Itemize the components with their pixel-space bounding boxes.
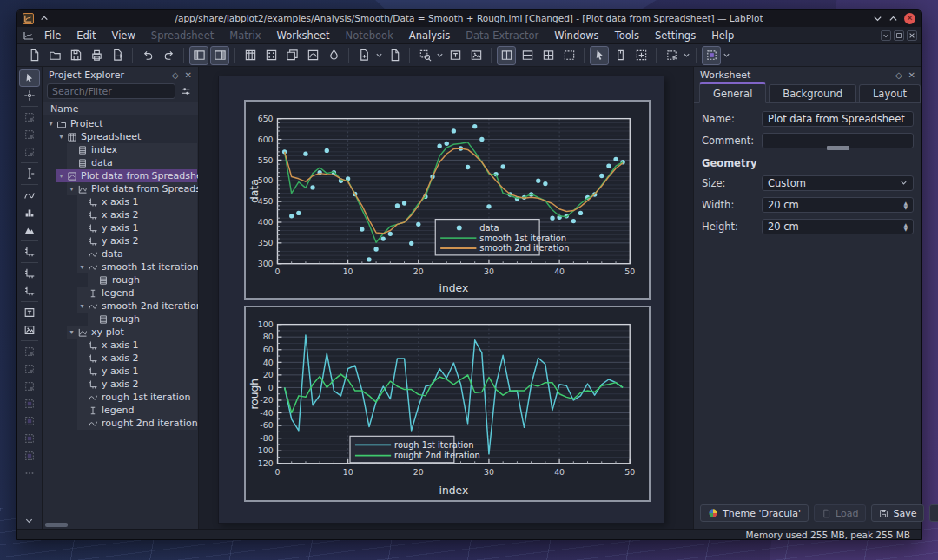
tree-item-legend[interactable]: legend — [43, 404, 198, 417]
shift-right-button[interactable] — [19, 412, 40, 430]
navigate-tool-button[interactable] — [611, 46, 630, 65]
new-datapicker-button[interactable] — [303, 46, 322, 65]
spinner-arrows-icon[interactable]: ▲▼ — [903, 201, 908, 209]
layout-horizontal-button[interactable] — [497, 46, 516, 65]
tree-item-y-axis-2[interactable]: y axis 2 — [43, 378, 198, 391]
save-project-button[interactable] — [66, 46, 85, 65]
tree-item-plot-data-from-spreadsheet[interactable]: ▾Plot data from Spreadsheet — [43, 182, 198, 195]
cursor-tool-button[interactable] — [19, 165, 40, 182]
add-histogram-button[interactable] — [19, 204, 40, 221]
mdi-restore-button[interactable] — [894, 30, 904, 41]
filter-icon[interactable] — [178, 83, 194, 99]
tree-item-rough-1st-iteration[interactable]: rough 1st iteration — [43, 391, 198, 404]
new-note-button[interactable] — [324, 46, 343, 65]
add-xy-curve-button[interactable] — [19, 187, 40, 204]
add-box-plot-button[interactable] — [19, 221, 40, 239]
tree-item-x-axis-2[interactable]: x axis 2 — [43, 208, 198, 221]
save-button[interactable]: Save — [871, 504, 924, 522]
zoom-mode-dropdown-icon[interactable] — [435, 46, 445, 65]
tree-item-rough[interactable]: rough — [43, 273, 198, 287]
tree-item-project[interactable]: ▾Project — [43, 117, 198, 130]
zoom-mode-button[interactable] — [415, 46, 434, 65]
menu-settings[interactable]: Settings — [647, 30, 704, 42]
toggle-project-explorer-button[interactable] — [189, 46, 208, 65]
export-button[interactable] — [108, 46, 127, 65]
print-button[interactable] — [87, 46, 106, 65]
expander-chevron-icon[interactable]: ▾ — [56, 172, 66, 180]
new-worksheet-button[interactable] — [354, 46, 373, 65]
tree-item-data[interactable]: data — [43, 156, 198, 169]
layout-grid-button[interactable] — [538, 46, 558, 65]
comment-field[interactable] — [762, 133, 914, 148]
undo-button[interactable] — [138, 46, 157, 65]
menu-tools[interactable]: Tools — [607, 30, 647, 42]
select-tool-button[interactable] — [590, 46, 609, 65]
expander-chevron-icon[interactable]: ▾ — [67, 185, 76, 193]
expander-chevron-icon[interactable]: ▾ — [46, 120, 56, 128]
tree-item-rough[interactable]: rough — [43, 313, 198, 326]
select-tool-button[interactable] — [19, 69, 40, 87]
tab-background[interactable]: Background — [769, 84, 856, 102]
float-icon[interactable]: ◇ — [172, 70, 179, 80]
tab-general[interactable]: General — [699, 82, 766, 103]
tree-item-plot-data-from-spreadsheet[interactable]: ▾Plot data from Spreadsheet — [43, 169, 198, 182]
zoom-x-select-button[interactable] — [19, 126, 40, 143]
menu-worksheet[interactable]: Worksheet — [268, 30, 337, 42]
menu-view[interactable]: View — [104, 30, 143, 42]
tree-item-smooth-1st-iteration[interactable]: ▾smooth 1st iteration — [43, 260, 198, 273]
expander-chevron-icon[interactable]: ▾ — [67, 328, 76, 336]
height-stepper[interactable]: 20 cm ▲▼ — [762, 219, 914, 234]
expander-chevron-icon[interactable]: ▾ — [77, 302, 87, 310]
tree-item-x-axis-1[interactable]: x axis 1 — [43, 339, 198, 352]
tab-layout[interactable]: Layout — [859, 84, 921, 102]
add-axis-2-button[interactable] — [19, 265, 40, 282]
tree-column-header[interactable]: Name — [43, 102, 198, 115]
toolbar-overflow-chevron-icon[interactable] — [17, 516, 42, 525]
tree-item-rought-2nd-iteration[interactable]: rought 2nd iteration — [43, 417, 198, 430]
tree-item-y-axis-1[interactable]: y axis 1 — [43, 365, 198, 378]
tree-item-x-axis-1[interactable]: x axis 1 — [43, 195, 198, 208]
layout-break-button[interactable] — [559, 46, 578, 65]
comment-resize-handle[interactable] — [827, 146, 849, 150]
worksheet-page[interactable]: 01020304050300350400450500550600650index… — [218, 76, 664, 524]
save-default-button[interactable]: Save Default — [929, 504, 938, 522]
add-image-button[interactable] — [466, 46, 486, 65]
open-project-button[interactable] — [45, 46, 64, 65]
tree-item-smooth-2nd-iteration[interactable]: ▾smooth 2nd iteration — [43, 300, 198, 313]
menu-analysis[interactable]: Analysis — [401, 30, 458, 42]
zoom-out-button[interactable] — [19, 360, 40, 378]
menu-help[interactable]: Help — [704, 30, 742, 42]
zoom-select-tool-button[interactable] — [631, 46, 651, 65]
zoom-fit-button[interactable] — [19, 378, 40, 395]
zoom-select-button[interactable] — [19, 109, 40, 126]
tree-item-spreadsheet[interactable]: ▾Spreadsheet — [43, 130, 198, 143]
add-text-box-button[interactable] — [446, 46, 465, 65]
new-matrix-button[interactable] — [261, 46, 281, 65]
size-select[interactable]: Custom — [762, 175, 914, 191]
plot-mouse-mode-dropdown-icon[interactable] — [722, 46, 731, 65]
add-axis-button[interactable] — [19, 243, 40, 260]
shift-left-button[interactable] — [19, 395, 40, 412]
tree-item-y-axis-2[interactable]: y axis 2 — [43, 234, 198, 247]
shift-up-button[interactable] — [19, 430, 40, 447]
new-project-button[interactable] — [24, 46, 43, 65]
maximize-button[interactable] — [888, 14, 898, 23]
expander-chevron-icon[interactable]: ▾ — [56, 133, 66, 141]
menu-file[interactable]: File — [36, 30, 69, 42]
horizontal-scrollbar[interactable] — [43, 520, 198, 529]
tree-item-x-axis-2[interactable]: x axis 2 — [43, 352, 198, 365]
plot-mouse-mode-button[interactable] — [702, 46, 721, 65]
layout-vertical-button[interactable] — [518, 46, 537, 65]
navigation-tool-button[interactable] — [19, 87, 40, 104]
worksheet-view[interactable]: 01020304050300350400450500550600650index… — [199, 67, 694, 529]
expander-chevron-icon[interactable]: ▾ — [77, 263, 87, 271]
minimize-button[interactable] — [873, 14, 882, 23]
tree-item-xy-plot[interactable]: ▾xy-plot — [43, 326, 198, 339]
add-axis-3-button[interactable] — [19, 282, 40, 300]
add-plot-element-dropdown-icon[interactable] — [682, 46, 691, 65]
load-button[interactable]: Load — [814, 504, 866, 522]
close-button[interactable]: ✕ — [904, 13, 915, 24]
new-worksheet-dropdown-icon[interactable] — [374, 46, 384, 65]
redo-button[interactable] — [159, 46, 178, 65]
new-spreadsheet-button[interactable] — [241, 46, 260, 65]
